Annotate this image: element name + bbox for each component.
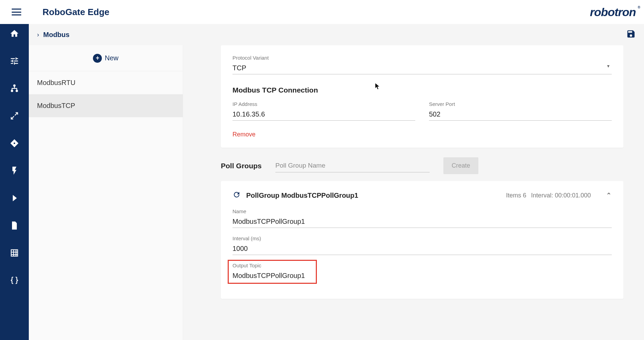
- pollgroups-header: Poll Groups Create: [221, 157, 623, 174]
- main-area: Protocol Variant ▼ Modbus TCP Connection…: [183, 45, 644, 340]
- list-item[interactable]: ModbusTCP: [29, 94, 183, 117]
- field-label: Server Port: [429, 101, 612, 107]
- side-panel: + New ModbusRTU ModbusTCP: [29, 45, 183, 340]
- items-count: Items 6: [506, 192, 526, 199]
- grid-icon[interactable]: [9, 247, 20, 258]
- pollgroup-card: PollGroup ModbusTCPPollGroup1 Items 6 In…: [221, 181, 623, 299]
- remove-button[interactable]: Remove: [232, 131, 255, 138]
- chevron-right-icon[interactable]: [9, 193, 20, 204]
- top-bar: RoboGate Edge robotron: [0, 0, 644, 24]
- pollgroup-title: PollGroup ModbusTCPPollGroup1: [246, 192, 358, 199]
- ip-address-input[interactable]: [232, 108, 415, 121]
- field-label: Name: [232, 208, 612, 214]
- create-button[interactable]: Create: [443, 157, 478, 174]
- refresh-icon[interactable]: [232, 191, 241, 200]
- app-title: RoboGate Edge: [43, 7, 109, 17]
- section-title: Modbus TCP Connection: [232, 86, 612, 94]
- chevron-up-icon[interactable]: ⌃: [606, 191, 612, 199]
- plus-icon: +: [93, 54, 102, 63]
- field-label: Protocol Variant: [232, 55, 612, 61]
- connection-card: Protocol Variant ▼ Modbus TCP Connection…: [221, 45, 623, 148]
- pollgroup-name-input[interactable]: [275, 159, 430, 172]
- interval-display: Interval: 00:00:01.000: [531, 192, 591, 199]
- pollgroup-name-field[interactable]: [232, 216, 612, 228]
- chevron-down-icon[interactable]: ▼: [606, 64, 610, 69]
- expand-icon[interactable]: [9, 110, 20, 121]
- field-label: Interval (ms): [232, 235, 612, 241]
- document-icon[interactable]: [9, 220, 20, 231]
- chevron-right-icon[interactable]: ›: [37, 31, 39, 38]
- diamond-icon[interactable]: [9, 138, 20, 149]
- interval-input[interactable]: [232, 243, 612, 255]
- home-icon[interactable]: [9, 28, 20, 39]
- bolt-icon[interactable]: [9, 165, 20, 176]
- new-label: New: [105, 54, 118, 62]
- output-topic-input[interactable]: [232, 270, 612, 282]
- braces-icon[interactable]: [9, 275, 20, 286]
- menu-icon[interactable]: [12, 9, 21, 15]
- new-button[interactable]: + New: [29, 45, 183, 71]
- server-port-input[interactable]: [429, 108, 612, 121]
- breadcrumb-bar: › Modbus: [29, 24, 644, 45]
- protocol-select[interactable]: [232, 62, 612, 74]
- breadcrumb[interactable]: Modbus: [43, 31, 70, 39]
- brand-logo: robotron: [590, 5, 636, 19]
- save-button[interactable]: [626, 29, 636, 40]
- list-item[interactable]: ModbusRTU: [29, 71, 183, 94]
- section-title: Poll Groups: [221, 162, 262, 170]
- field-label: Output Topic: [232, 263, 612, 268]
- nav-rail: [0, 24, 29, 340]
- field-label: IP Address: [232, 101, 415, 107]
- sliders-icon[interactable]: [9, 56, 20, 66]
- node-icon[interactable]: [9, 83, 20, 94]
